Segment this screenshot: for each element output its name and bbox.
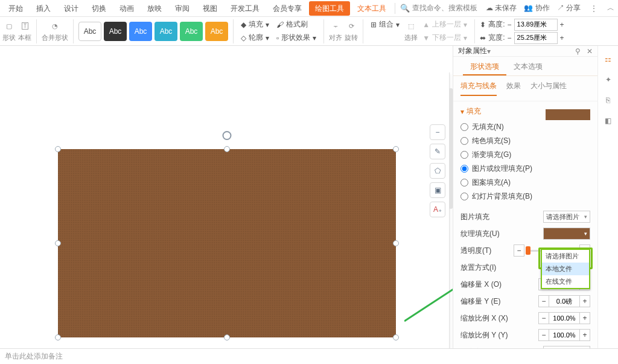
canvas-area[interactable]: − ✎ ⬠ ▣ A₊ xyxy=(0,46,453,364)
fill-tool-icon[interactable]: ▣ xyxy=(430,182,445,198)
tab-text-options[interactable]: 文本选项 xyxy=(506,57,550,75)
dd-item-local[interactable]: 本地文件 xyxy=(542,263,589,275)
tab-view[interactable]: 视图 xyxy=(197,1,223,16)
rail-format-icon[interactable]: ⚏ xyxy=(601,52,616,66)
width-field[interactable]: ⬌ 宽度: − + xyxy=(480,32,564,44)
scaley-stepper[interactable]: −+ xyxy=(538,329,590,341)
tab-shape-options[interactable]: 形状选项 xyxy=(463,57,506,75)
close-icon[interactable]: ✕ xyxy=(587,47,593,56)
radio-slide-bg[interactable]: 幻灯片背景填充(B) xyxy=(460,190,590,203)
divider xyxy=(73,19,74,43)
tab-insert[interactable]: 插入 xyxy=(30,1,57,16)
resize-handle[interactable] xyxy=(55,146,61,152)
notes-bar[interactable]: 单击此处添加备注 xyxy=(0,348,618,364)
width-input[interactable] xyxy=(514,32,558,44)
merge-icon: ◔ xyxy=(49,20,61,32)
dd-item-choose[interactable]: 请选择图片 xyxy=(542,250,589,263)
radio-none[interactable]: 无填充(N) xyxy=(460,120,590,134)
merge-shapes-button[interactable]: ◔ 合并形状 xyxy=(42,20,68,42)
resize-handle[interactable] xyxy=(55,240,61,246)
tab-draw-tools[interactable]: 绘图工具 xyxy=(309,1,350,16)
select-button[interactable]: ⬚选择 xyxy=(404,20,418,42)
radio-gradient[interactable]: 渐变填充(G) xyxy=(460,148,590,162)
height-input[interactable] xyxy=(514,19,558,31)
divider xyxy=(233,19,234,43)
search-box[interactable]: 🔍查找命令、搜索模板 xyxy=(400,3,477,13)
tab-member[interactable]: 会员专享 xyxy=(267,1,308,16)
scalex-input[interactable] xyxy=(549,312,579,324)
resize-handle[interactable] xyxy=(393,146,399,152)
send-backward-button[interactable]: ▼ 下移一层 ▾ xyxy=(420,32,470,44)
unsaved-indicator[interactable]: ☁ 未保存 xyxy=(486,3,517,13)
dd-item-online[interactable]: 在线文件 xyxy=(542,275,589,288)
tab-start[interactable]: 开始 xyxy=(2,1,29,16)
rotate-icon: ⟳ xyxy=(345,20,357,32)
rail-anim-icon[interactable]: ✦ xyxy=(601,72,616,87)
shape-insert-button[interactable]: ▢ 形状 xyxy=(2,20,16,42)
tab-play[interactable]: 放映 xyxy=(141,1,168,16)
resize-handle[interactable] xyxy=(393,334,399,340)
selected-shape[interactable] xyxy=(58,149,396,337)
radio-picture[interactable]: 图片或纹理填充(P) xyxy=(460,162,590,176)
picture-fill-dropdown[interactable]: 请选择图片▾ xyxy=(543,211,590,223)
slide[interactable] xyxy=(0,72,450,364)
resize-handle[interactable] xyxy=(55,334,61,340)
format-painter-button[interactable]: 🖌 格式刷 xyxy=(274,19,319,31)
resize-handle[interactable] xyxy=(393,240,399,246)
side-rail: ⚏ ✦ ⎘ ◧ xyxy=(597,46,618,364)
offsety-input[interactable] xyxy=(549,295,579,307)
align-button[interactable]: ⫟对齐 xyxy=(329,20,342,42)
height-field[interactable]: ⬍ 高度: − + xyxy=(480,19,564,31)
opacity-dec[interactable]: − xyxy=(514,244,524,257)
style-swatch[interactable]: Abc xyxy=(154,22,177,41)
picture-source-popup: 请选择图片 本地文件 在线文件 xyxy=(541,249,590,289)
subtab-fill[interactable]: 填充与线条 xyxy=(460,81,497,96)
style-swatch[interactable]: Abc xyxy=(104,22,127,41)
resize-handle[interactable] xyxy=(224,146,230,152)
fill-type-radios: 无填充(N) 纯色填充(S) 渐变填充(G) 图片或纹理填充(P) 图案填充(A… xyxy=(460,120,590,203)
pin-icon[interactable]: ⚲ xyxy=(575,47,581,56)
placement-label: 放置方式(I) xyxy=(460,263,510,273)
panel-subtabs: 填充与线条 效果 大小与属性 xyxy=(453,76,597,101)
more-menu[interactable]: ⋮ xyxy=(588,4,600,13)
texture-fill-dropdown[interactable]: ▾ xyxy=(543,228,590,240)
group-button[interactable]: ⊞ 组合 ▾ xyxy=(368,19,402,31)
tab-transition[interactable]: 切换 xyxy=(86,1,112,16)
fill-button[interactable]: ◆ 填充 ▾ xyxy=(238,19,272,31)
rail-transition-icon[interactable]: ⎘ xyxy=(601,93,616,107)
tab-text-tools[interactable]: 文本工具 xyxy=(351,1,392,16)
resize-handle[interactable] xyxy=(224,334,230,340)
rotate-handle[interactable] xyxy=(223,131,232,140)
panel-header: 对象属性 ▾ ⚲✕ xyxy=(453,46,597,57)
radio-solid[interactable]: 纯色填充(S) xyxy=(460,134,590,148)
style-swatch[interactable]: Abc xyxy=(78,22,101,41)
outline-button[interactable]: ◇ 轮廓 ▾ xyxy=(238,32,272,44)
bring-forward-button[interactable]: ▲ 上移一层 ▾ xyxy=(420,19,470,31)
rotate-button[interactable]: ⟳旋转 xyxy=(345,20,358,42)
shape-tool-icon[interactable]: ⬠ xyxy=(430,163,445,179)
style-swatch[interactable]: Abc xyxy=(205,22,228,41)
zoom-out-icon[interactable]: − xyxy=(430,124,445,140)
subtab-size[interactable]: 大小与属性 xyxy=(530,81,567,96)
collab-button[interactable]: 👥 协作 xyxy=(524,3,549,13)
eyedropper-icon[interactable]: ✎ xyxy=(430,144,445,159)
share-button[interactable]: ↗ 分享 xyxy=(557,3,581,13)
fill-preview[interactable] xyxy=(546,109,590,120)
scalex-stepper[interactable]: −+ xyxy=(538,312,590,324)
scaley-input[interactable] xyxy=(549,329,579,341)
tab-review[interactable]: 审阅 xyxy=(169,1,196,16)
collapse-ribbon[interactable]: ︿ xyxy=(607,3,614,13)
tab-dev[interactable]: 开发工具 xyxy=(225,1,266,16)
shape-effects-button[interactable]: ▫ 形状效果 ▾ xyxy=(274,32,319,44)
textbox-button[interactable]: 🅃 本框 xyxy=(18,20,31,42)
tab-anim[interactable]: 动画 xyxy=(113,1,140,16)
textbox-icon: 🅃 xyxy=(19,20,31,32)
style-swatch[interactable]: Abc xyxy=(129,22,152,41)
radio-pattern[interactable]: 图案填充(A) xyxy=(460,176,590,190)
rail-depth-icon[interactable]: ◧ xyxy=(601,113,616,128)
tab-design[interactable]: 设计 xyxy=(58,1,84,16)
subtab-effects[interactable]: 效果 xyxy=(506,81,521,96)
offsety-stepper[interactable]: −+ xyxy=(538,295,590,307)
text-style-icon[interactable]: A₊ xyxy=(430,202,445,217)
style-swatch[interactable]: Abc xyxy=(180,22,203,41)
